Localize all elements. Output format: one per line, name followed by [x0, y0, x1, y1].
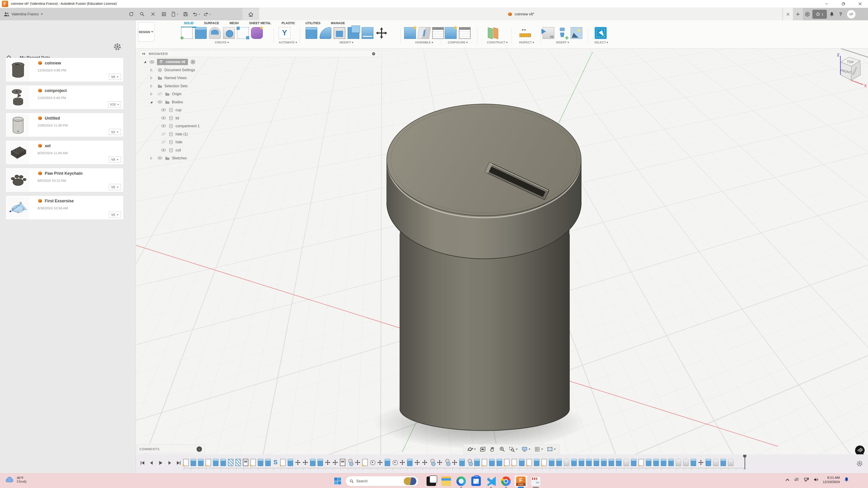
visibility-eye-icon[interactable] [157, 99, 163, 105]
timeline-feature-sketch[interactable] [504, 459, 509, 466]
timeline-feature-hatch[interactable] [228, 459, 234, 466]
timeline-feature-extrude[interactable] [601, 459, 607, 466]
timeline-skip-end-button[interactable] [176, 460, 181, 466]
expand-arrow-icon[interactable] [149, 68, 153, 72]
browser-row-cup[interactable]: cup [159, 106, 184, 114]
close-button[interactable] [855, 0, 865, 8]
orbit-tool[interactable] [466, 446, 477, 452]
timeline-feature-move[interactable] [333, 459, 338, 466]
comments-bar[interactable]: COMMENTS ↕ [136, 445, 205, 453]
table-tool-icon[interactable] [432, 27, 444, 39]
taskbar-app-file-explorer[interactable] [440, 475, 453, 487]
close-tab-button[interactable] [783, 8, 793, 20]
visibility-eye-icon[interactable] [161, 107, 166, 113]
ribbon-tab-mesh[interactable]: MESH [224, 20, 244, 27]
timeline-feature-extrude[interactable] [220, 459, 226, 466]
timeline-feature-hole[interactable] [444, 459, 450, 466]
timeline-ruler[interactable] [184, 468, 746, 468]
timeline-feature-sketch[interactable] [362, 459, 368, 466]
taskbar-app-edge[interactable] [455, 475, 468, 487]
timeline-feature-extrude[interactable] [646, 459, 651, 466]
timeline-feature-fillet[interactable] [623, 459, 629, 466]
close-button[interactable] [148, 10, 157, 19]
minimize-button[interactable] [822, 0, 832, 8]
ribbon-group-label[interactable]: AUTOMATE ▾ [279, 41, 290, 44]
ribbon-tab-manage[interactable]: MANAGE [326, 20, 350, 27]
version-dropdown[interactable]: V5 [109, 184, 121, 190]
data-panel-settings-gear-icon[interactable] [113, 42, 122, 51]
visibility-eye-icon[interactable] [161, 116, 166, 121]
recent-file-card[interactable]: Paw Print Keychain9/6/2024 10:12 AMV5 [6, 168, 123, 192]
taskbar-app-chrome[interactable] [499, 475, 513, 487]
move-tool-icon[interactable] [376, 27, 388, 39]
search-highlight-image[interactable] [404, 477, 416, 485]
timeline-feature-extrude[interactable] [534, 459, 539, 466]
timeline-feature-extrude[interactable] [549, 459, 554, 466]
browser-row-hide-1-[interactable]: hide (1) [159, 131, 190, 138]
timeline-feature-move[interactable] [303, 459, 308, 466]
browser-row-sketches[interactable]: Sketches [149, 155, 189, 162]
combine-tool-icon[interactable] [348, 27, 360, 39]
joint-tool-icon[interactable] [417, 27, 431, 39]
timeline-feature-extrude[interactable] [586, 459, 592, 466]
job-status-button[interactable]: 1 [812, 10, 827, 19]
ribbon-group-label[interactable]: ASSEMBLE ▾ [404, 41, 444, 44]
planes-tool-icon[interactable] [487, 27, 499, 39]
browser-row-origin[interactable]: Origin [149, 90, 184, 98]
timeline-feature-fillet[interactable] [683, 459, 689, 466]
notification-bell-icon[interactable] [844, 477, 850, 483]
timeline-feature-move[interactable] [325, 459, 331, 466]
grid-settings-tool[interactable] [533, 446, 545, 452]
collapse-panel-icon[interactable] [142, 52, 146, 56]
save-button[interactable] [181, 10, 190, 19]
window-zoom-tool[interactable] [507, 446, 519, 452]
taskbar-app-vscode[interactable] [485, 475, 498, 487]
onedrive-paused-icon[interactable] [794, 477, 800, 483]
visibility-eye-icon[interactable] [161, 123, 166, 129]
browser-row-bodies[interactable]: Bodies [149, 99, 186, 106]
timeline-feature-pattern[interactable] [370, 459, 375, 466]
timeline-feature-extrude[interactable] [198, 459, 204, 466]
timeline-step-forward-button[interactable] [167, 460, 172, 466]
canvas-tool-icon[interactable] [570, 27, 582, 39]
panel-display-toggle-icon[interactable] [372, 52, 376, 56]
insert-tool-icon[interactable] [542, 27, 554, 39]
timeline-feature-extrude[interactable] [579, 459, 584, 466]
timeline-feature-extrude[interactable] [594, 459, 599, 466]
ribbon-group-label[interactable]: CONSTRUCT ▾ [487, 41, 499, 44]
press-tool-icon[interactable] [306, 27, 317, 39]
timeline-feature-move[interactable] [377, 459, 383, 466]
timeline-feature-fillet[interactable] [713, 459, 718, 466]
version-dropdown[interactable]: V5 [109, 212, 121, 218]
timeline-feature-extrude[interactable] [497, 459, 502, 466]
ribbon-tab-plastic[interactable]: PLASTIC [276, 20, 300, 27]
timeline-feature-move[interactable] [414, 459, 420, 466]
timeline-feature-extrude[interactable] [691, 459, 696, 466]
revolve-tool-icon[interactable] [209, 27, 221, 39]
timeline-feature-fillet[interactable] [728, 459, 734, 466]
ribbon-group-label[interactable]: MODIFY ▾ [306, 41, 388, 44]
ribbon-group-label[interactable]: SELECT ▾ [594, 41, 607, 44]
timeline-feature-extrude[interactable] [407, 459, 412, 466]
timeline-feature-extrude[interactable] [288, 459, 293, 466]
activate-component-radio[interactable] [190, 59, 196, 65]
cam-tool-icon[interactable]: Y [279, 27, 290, 39]
ribbon-tab-solid[interactable]: SOLID [179, 20, 199, 27]
avatar[interactable]: VF [847, 10, 856, 19]
taskbar-search[interactable]: Search [346, 476, 418, 486]
timeline-feature-extrude[interactable] [474, 459, 480, 466]
timeline-feature-boxg[interactable] [243, 459, 248, 466]
timeline-feature-extrude[interactable] [459, 459, 465, 466]
browser-row-hide[interactable]: hide [159, 138, 185, 146]
timeline-feature-move[interactable] [422, 459, 428, 466]
shell-tool-icon[interactable] [334, 27, 345, 39]
timeline-feature-sketch[interactable] [639, 459, 644, 466]
pan-tool[interactable] [488, 446, 497, 452]
browser-row-selection-sets[interactable]: Selection Sets [149, 83, 190, 90]
expand-arrow-icon[interactable] [149, 76, 153, 80]
timeline-feature-extrude[interactable] [668, 459, 674, 466]
timeline-feature-coil[interactable]: S [273, 459, 278, 466]
viewports-tool[interactable] [546, 446, 557, 452]
taskbar-weather-widget[interactable]: 30°F Cloudy [4, 475, 27, 484]
ribbon-group-label[interactable]: INSPECT ▾ [519, 41, 531, 44]
